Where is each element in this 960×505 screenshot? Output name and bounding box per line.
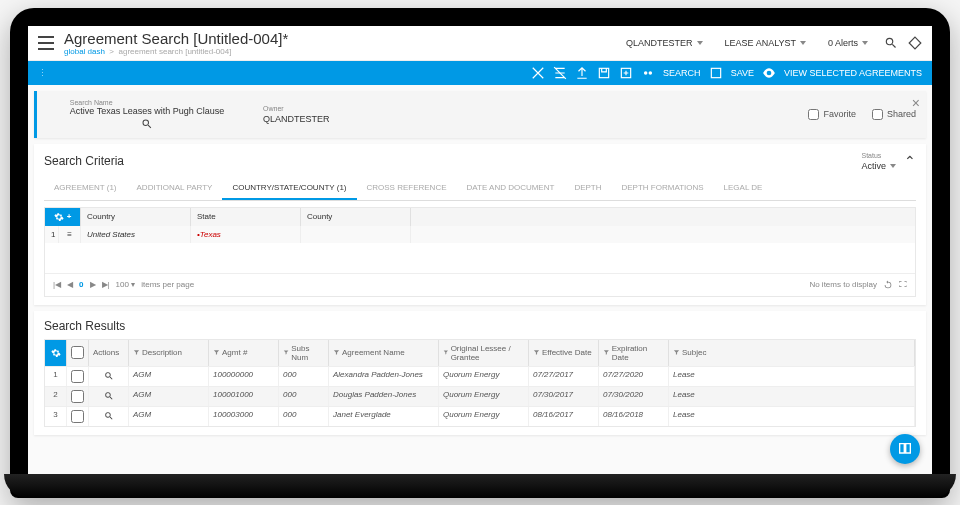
row-county[interactable]: [301, 226, 411, 243]
row-checkbox[interactable]: [67, 407, 89, 426]
pager-perpage[interactable]: 100 ▾: [116, 280, 136, 289]
row-checkbox[interactable]: [67, 367, 89, 386]
grid-settings[interactable]: +: [45, 208, 81, 226]
pager-first[interactable]: |◀: [53, 280, 61, 289]
col-agmt[interactable]: Agmt #: [209, 340, 279, 366]
clear-all-icon[interactable]: [553, 66, 567, 80]
refresh-icon[interactable]: [883, 280, 893, 290]
close-icon[interactable]: ×: [912, 95, 920, 111]
save-icon[interactable]: [709, 66, 723, 80]
help-fab[interactable]: [890, 434, 920, 464]
row-name: Alexandra Padden-Jones: [329, 367, 439, 386]
search-icon[interactable]: [884, 36, 898, 50]
owner-label: Owner: [263, 105, 423, 112]
row-name: Janet Everglade: [329, 407, 439, 426]
menu-toggle[interactable]: [38, 36, 54, 50]
search-name-panel: × Search Name Active Texas Leases with P…: [34, 91, 926, 138]
table-row[interactable]: 1 AGM 100000000 000 Alexandra Padden-Jon…: [45, 366, 915, 386]
filter-icon: [213, 349, 220, 356]
row-action[interactable]: ≡: [59, 226, 81, 243]
export-icon[interactable]: [619, 66, 633, 80]
clear-icon[interactable]: [531, 66, 545, 80]
view-selected-button[interactable]: VIEW SELECTED AGREEMENTS: [784, 68, 922, 78]
col-name[interactable]: Agreement Name: [329, 340, 439, 366]
view-icon[interactable]: [762, 66, 776, 80]
tab-cross-reference[interactable]: CROSS REFERENCE: [357, 177, 457, 200]
col-subj[interactable]: Subjec: [669, 340, 915, 366]
tab-depth[interactable]: DEPTH: [564, 177, 611, 200]
criteria-row[interactable]: 1 ≡ United States •Texas: [45, 226, 915, 243]
svg-point-3: [649, 71, 653, 75]
pager-last[interactable]: ▶|: [102, 280, 110, 289]
status-dropdown[interactable]: Active: [861, 161, 896, 171]
alerts-dropdown[interactable]: 0 Alerts: [822, 36, 874, 50]
pager-prev[interactable]: ◀: [67, 280, 73, 289]
role-dropdown[interactable]: LEASE ANALYST: [719, 36, 812, 50]
results-settings[interactable]: [45, 340, 67, 366]
col-county[interactable]: County: [301, 208, 411, 226]
row-lessee: Quorum Energy: [439, 367, 529, 386]
tab-date-document[interactable]: DATE AND DOCUMENT: [457, 177, 565, 200]
col-subs[interactable]: Subs Num: [279, 340, 329, 366]
row-state[interactable]: •Texas: [191, 226, 301, 243]
search-button[interactable]: SEARCH: [663, 68, 701, 78]
tab-agreement[interactable]: AGREEMENT (1): [44, 177, 127, 200]
select-all-checkbox[interactable]: [67, 340, 89, 366]
plus-icon[interactable]: +: [67, 212, 72, 221]
pager-page[interactable]: 0: [79, 280, 83, 289]
row-index: 1: [45, 367, 67, 386]
col-lessee[interactable]: Original Lessee / Grantee: [439, 340, 529, 366]
row-action[interactable]: [89, 387, 129, 406]
row-agmt: 100001000: [209, 387, 279, 406]
tab-country-state-county[interactable]: COUNTRY/STATE/COUNTY (1): [222, 177, 356, 200]
row-name: Douglas Padden-Jones: [329, 387, 439, 406]
col-eff[interactable]: Effective Date: [529, 340, 599, 366]
col-description[interactable]: Description: [129, 340, 209, 366]
row-index: 3: [45, 407, 67, 426]
breadcrumb-link[interactable]: global dash: [64, 47, 105, 56]
search-icon[interactable]: [141, 118, 153, 130]
user-dropdown[interactable]: QLANDTESTER: [620, 36, 709, 50]
favorite-checkbox[interactable]: Favorite: [808, 109, 856, 120]
row-lessee: Quorum Energy: [439, 387, 529, 406]
row-exp: 07/27/2020: [599, 367, 669, 386]
col-actions[interactable]: Actions: [89, 340, 129, 366]
save-as-icon[interactable]: [597, 66, 611, 80]
tab-additional-party[interactable]: ADDITIONAL PARTY: [127, 177, 223, 200]
diamond-icon[interactable]: [908, 36, 922, 50]
row-checkbox[interactable]: [67, 387, 89, 406]
table-row[interactable]: 3 AGM 100003000 000 Janet Everglade Quor…: [45, 406, 915, 426]
row-index: 1: [45, 226, 59, 243]
results-title: Search Results: [44, 319, 916, 333]
results-panel: Search Results Actions Description Agmt …: [34, 311, 926, 435]
tab-depth-formations[interactable]: DEPTH FORMATIONS: [612, 177, 714, 200]
collapse-toggle[interactable]: ⌃: [904, 153, 916, 169]
expand-icon[interactable]: ⛶: [899, 280, 907, 289]
search-name-value[interactable]: Active Texas Leases with Pugh Clause: [70, 106, 224, 116]
col-state[interactable]: State: [191, 208, 301, 226]
col-exp[interactable]: Expiration Date: [599, 340, 669, 366]
misc-icon[interactable]: [641, 66, 655, 80]
row-subj: Lease: [669, 387, 915, 406]
pager-perpage-label: items per page: [141, 280, 194, 289]
svg-rect-4: [711, 68, 720, 77]
filter-icon: [133, 349, 140, 356]
row-action[interactable]: [89, 367, 129, 386]
kebab-icon[interactable]: ⋮: [38, 68, 47, 78]
filter-icon: [673, 349, 680, 356]
tab-legal[interactable]: LEGAL DE: [714, 177, 773, 200]
row-action[interactable]: [89, 407, 129, 426]
pager-next[interactable]: ▶: [90, 280, 96, 289]
shared-checkbox[interactable]: Shared: [872, 109, 916, 120]
criteria-grid: + Country State County 1 ≡ United States…: [44, 207, 916, 297]
upload-icon[interactable]: [575, 66, 589, 80]
criteria-tabs: AGREEMENT (1) ADDITIONAL PARTY COUNTRY/S…: [44, 177, 916, 201]
svg-rect-0: [599, 68, 608, 77]
table-row[interactable]: 2 AGM 100001000 000 Douglas Padden-Jones…: [45, 386, 915, 406]
filter-icon: [283, 349, 289, 356]
save-button[interactable]: SAVE: [731, 68, 754, 78]
col-country[interactable]: Country: [81, 208, 191, 226]
chevron-down-icon: [697, 41, 703, 45]
row-country[interactable]: United States: [81, 226, 191, 243]
chevron-down-icon: [800, 41, 806, 45]
